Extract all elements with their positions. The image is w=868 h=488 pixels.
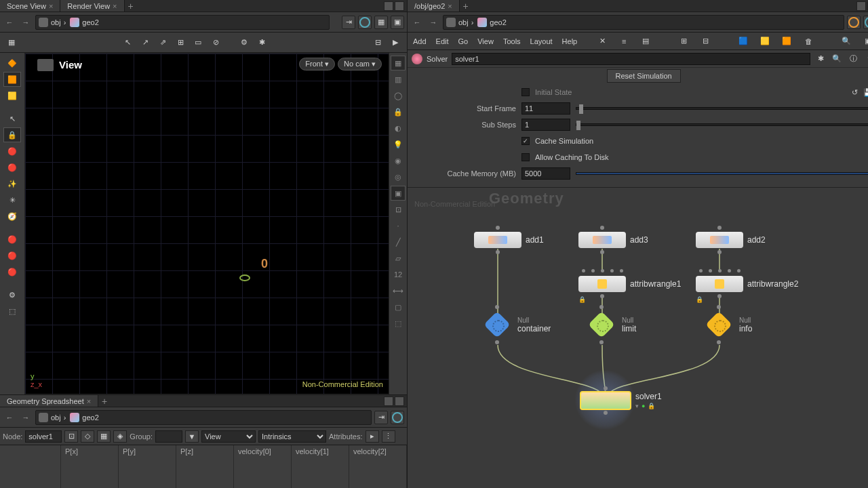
pin-icon[interactable]: ⇥ [374,411,388,424]
initial-state-checkbox[interactable] [521,88,530,96]
misc2-icon[interactable]: ⬚ [391,316,406,331]
snap-curve-icon[interactable]: ↗ [138,35,153,50]
arrow-tool[interactable]: ↖ [3,111,21,126]
network-view[interactable]: Non-Commercial Edition Geometry add1 [408,188,868,488]
sub-steps-slider[interactable] [576,123,868,126]
path-input[interactable]: obj› geo2 [35,410,372,425]
gear-tool[interactable]: ⚙ [3,287,21,302]
help-icon[interactable]: ▣ [391,16,404,29]
material-icon[interactable]: ◉ [391,153,406,168]
col-vel2[interactable]: velocity[2] [349,445,407,488]
add-tab-button[interactable]: + [460,0,472,12]
forward-button[interactable]: → [19,411,33,424]
node-field[interactable] [25,430,62,443]
pane-max-icon[interactable] [384,396,393,406]
tab-render-view[interactable]: Render View× [60,0,124,12]
note-orange-icon[interactable]: 🟧 [781,35,793,47]
tab-geo-spreadsheet[interactable]: Geometry Spreadsheet× [0,395,98,407]
show-handles-icon[interactable]: ⚙ [237,35,252,50]
view-tool[interactable]: 🔶 [3,56,21,70]
grid-view-icon[interactable]: ⊞ [677,35,690,47]
render-icon[interactable]: ▶ [388,35,403,50]
start-frame-slider[interactable] [576,107,868,110]
shade-wire-icon[interactable]: ▦ [391,56,406,70]
bg-icon[interactable]: ▣ [391,186,406,201]
reload-icon[interactable]: ↺ [852,88,858,97]
back-button[interactable]: ← [3,411,16,424]
normal-icon[interactable]: ╱ [391,235,406,249]
gear-icon[interactable]: ✱ [814,53,827,65]
node-name-field[interactable] [452,53,810,65]
menu-tools[interactable]: Tools [503,37,521,45]
viewport[interactable]: View Front ▾ No cam ▾ 0 Non-Commercial E… [24,53,389,394]
view-dropdown[interactable]: View [201,430,256,443]
camera-icon[interactable] [37,59,54,71]
class-verts-icon[interactable]: ◇ [81,430,94,443]
menu-edit[interactable]: Edit [436,37,449,45]
info-icon[interactable]: ⓘ [847,53,859,65]
ghost-icon[interactable]: ◯ [391,88,406,103]
class-detail-icon[interactable]: ◈ [113,430,127,443]
cache-sim-checkbox[interactable] [521,137,530,145]
menu-layout[interactable]: Layout [530,37,553,45]
list-icon[interactable]: ≡ [618,35,630,47]
pane-menu-icon[interactable] [395,396,404,406]
view-plane-dropdown[interactable]: Front ▾ [299,58,335,70]
camera-dropdown[interactable]: No cam ▾ [338,58,382,70]
col-vel0[interactable]: velocity[0] [234,445,292,488]
red-tool-2[interactable]: 🔴 [3,160,21,175]
intrinsics-dropdown[interactable]: Intrinsics [258,430,326,443]
col-pz[interactable]: P[z] [176,445,234,488]
pin-icon[interactable] [847,16,861,29]
search-params-icon[interactable]: 🔍 [831,53,843,65]
bulb-icon[interactable]: 💡 [391,137,406,152]
note-blue-icon[interactable]: 🟦 [737,35,749,47]
options-icon[interactable]: ✱ [254,35,269,50]
close-icon[interactable]: × [87,397,91,405]
cache-mem-field[interactable] [521,167,570,180]
close-icon[interactable]: × [448,2,452,10]
lock-icon[interactable]: 🔒 [3,127,21,142]
close-icon[interactable]: × [49,2,53,10]
search-icon[interactable]: 🔍 [840,35,852,47]
back-button[interactable]: ← [3,16,16,29]
group-field[interactable] [155,430,182,443]
axis-tool[interactable]: 🧭 [3,209,21,224]
group-picker-icon[interactable]: ▼ [185,430,199,443]
snap-grid-icon[interactable]: ⊞ [173,35,188,50]
node-attribwrangle2[interactable]: attribwrangle2 🔒 [696,276,798,292]
link-icon[interactable] [863,16,868,29]
node-null-info[interactable]: Null info [703,311,752,338]
pane-max-icon[interactable] [384,1,393,11]
lock-display-icon[interactable]: 🔒 [391,104,406,119]
grid-icon[interactable]: ▦ [4,35,19,50]
misc-tool[interactable]: ⬚ [3,304,21,319]
magnet-1[interactable]: 🔴 [3,232,21,247]
spreadsheet-table[interactable]: P[x] P[y] P[z] velocity[0] velocity[1] v… [0,445,407,488]
node-add3[interactable]: add3 [578,232,648,248]
menu-add[interactable]: Add [413,37,427,45]
attr-menu-icon[interactable]: ⋮ [382,430,395,443]
cache-mem-slider[interactable] [576,172,868,175]
layout-icon[interactable]: ⊟ [370,35,385,50]
path-input[interactable]: obj› geo2 [443,15,844,30]
disable-icon[interactable]: ⊘ [208,35,223,50]
pin-icon[interactable]: ⇥ [342,16,355,29]
uv-icon[interactable]: ▱ [391,251,406,266]
take-icon[interactable]: ▦ [374,16,388,29]
cplane-icon[interactable]: ▭ [191,35,205,50]
trash-icon[interactable]: 🗑 [802,35,814,47]
magnet-2[interactable]: 🔴 [3,248,21,263]
menu-go[interactable]: Go [458,37,469,45]
save-icon[interactable]: 💾 [863,88,868,97]
menu-help[interactable]: Help [562,37,578,45]
sheet-icon[interactable]: ▤ [639,35,652,47]
attr-play-icon[interactable]: ▸ [366,430,379,443]
num12-icon[interactable]: 12 [391,267,406,282]
star-tool[interactable]: ✨ [3,176,21,191]
select-tool[interactable]: 🟧 [3,72,21,87]
add-tab-button[interactable]: + [98,395,111,407]
snap-point-icon[interactable]: ↖ [120,35,135,50]
add-tab-button[interactable]: + [125,0,137,12]
burst-tool[interactable]: ✳ [3,192,21,207]
